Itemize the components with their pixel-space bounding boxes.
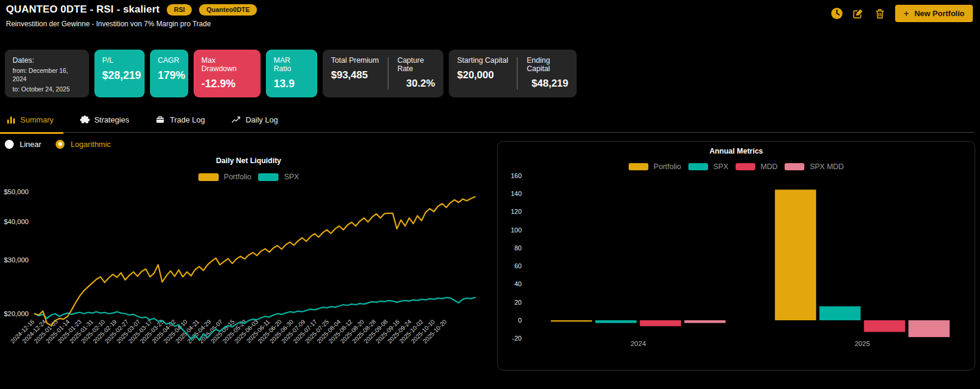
tab-trade-log[interactable]: Trade Log <box>155 115 205 124</box>
linear-label: Linear <box>20 140 41 149</box>
cagr-value: 179% <box>158 69 180 82</box>
capture-rate-value: 30.2% <box>406 78 435 90</box>
liquidity-chart-title: Daily Net Liquidity <box>0 157 497 165</box>
dates-card: Dates: from: December 16, 2024 to: Octob… <box>5 50 89 97</box>
radio-unselected-icon <box>5 140 14 149</box>
trend-up-icon <box>231 115 241 124</box>
svg-text:40: 40 <box>514 280 522 287</box>
svg-text:2025: 2025 <box>855 340 870 347</box>
portfolio-legend-label: Portfolio <box>224 173 252 181</box>
tab-daily-log-label: Daily Log <box>246 115 278 124</box>
svg-text:160: 160 <box>511 172 522 179</box>
dates-from: from: December 16, 2024 <box>13 66 81 83</box>
page-subtitle: Reinvestition der Gewinne - Investition … <box>6 20 257 28</box>
history-clock-icon[interactable] <box>831 7 843 20</box>
briefcase-icon <box>155 115 165 124</box>
mar-ratio-label: MAR Ratio <box>274 56 310 73</box>
max-drawdown-label: Max Drawdown <box>201 56 253 73</box>
stats-row: Dates: from: December 16, 2024 to: Octob… <box>5 50 980 97</box>
spx-swatch <box>258 173 278 181</box>
capture-rate-label: Capture Rate <box>397 56 435 73</box>
ending-capital-label: Ending Capital <box>526 56 568 73</box>
liquidity-chart: $50,000$40,000$30,000$20,0002024-12-1620… <box>0 182 497 375</box>
tab-trade-log-label: Trade Log <box>170 115 205 124</box>
pl-label: P/L <box>102 56 137 65</box>
svg-text:120: 120 <box>511 208 522 215</box>
svg-text:$20,000: $20,000 <box>4 310 29 317</box>
tab-strategies-label: Strategies <box>94 115 130 124</box>
header-actions: + New Portfolio <box>831 4 973 22</box>
cagr-card: CAGR 179% <box>150 50 188 97</box>
ending-capital-value: $48,219 <box>532 78 568 90</box>
svg-text:$40,000: $40,000 <box>4 218 29 225</box>
badge-rsi: RSI <box>167 4 192 16</box>
puzzle-icon <box>80 115 90 124</box>
tab-strategies[interactable]: Strategies <box>80 115 130 124</box>
liquidity-legend: Portfolio SPX <box>0 173 497 181</box>
total-premium-value: $93,485 <box>331 69 379 81</box>
plus-icon: + <box>904 10 909 17</box>
total-premium-label: Total Premium <box>331 56 379 65</box>
tab-summary[interactable]: Summary <box>6 115 54 124</box>
svg-text:-20: -20 <box>512 335 522 342</box>
svg-text:140: 140 <box>511 190 522 197</box>
page-title: QUANTEO 0DTE - RSI - skaliert <box>6 4 160 16</box>
tab-summary-label: Summary <box>20 115 54 124</box>
svg-text:$50,000: $50,000 <box>4 188 29 195</box>
max-drawdown-card: Max Drawdown -12.9% <box>194 50 261 97</box>
edit-icon[interactable] <box>852 7 865 20</box>
scale-toggle: Linear Logarithmic <box>5 139 497 149</box>
dates-label: Dates: <box>13 56 81 65</box>
tab-bar: Summary Strategies Trade Log Daily Log <box>0 115 974 133</box>
portfolio-swatch <box>198 173 219 181</box>
liquidity-panel: Linear Logarithmic Daily Net Liquidity P… <box>0 136 497 375</box>
linear-radio[interactable]: Linear <box>5 140 41 149</box>
divider <box>517 57 517 90</box>
premium-card: Total Premium $93,485 Capture Rate 30.2% <box>323 50 443 97</box>
tab-daily-log[interactable]: Daily Log <box>231 115 278 124</box>
svg-text:2024: 2024 <box>630 340 646 347</box>
bar-chart-icon <box>6 115 16 124</box>
content: Linear Logarithmic Daily Net Liquidity P… <box>0 136 980 375</box>
divider <box>388 57 388 90</box>
new-portfolio-button[interactable]: + New Portfolio <box>895 5 973 22</box>
capital-card: Starting Capital $20,000 Ending Capital … <box>449 50 577 97</box>
badge-quanteo0dte: Quanteo0DTE <box>199 4 257 16</box>
radio-selected-icon <box>56 140 65 149</box>
pl-value: $28,219 <box>102 69 137 82</box>
mar-ratio-card: MAR Ratio 13.9 <box>266 50 317 97</box>
header: QUANTEO 0DTE - RSI - skaliert RSI Quante… <box>0 0 980 28</box>
logarithmic-label: Logarithmic <box>71 140 111 149</box>
svg-text:20: 20 <box>514 299 522 306</box>
title-block: QUANTEO 0DTE - RSI - skaliert RSI Quante… <box>6 4 257 28</box>
legend-item-portfolio[interactable]: Portfolio <box>198 173 252 181</box>
legend-item-spx[interactable]: SPX <box>258 173 299 181</box>
annual-metrics-title: Annual Metrics <box>498 147 975 155</box>
svg-text:100: 100 <box>511 226 522 234</box>
new-portfolio-label: New Portfolio <box>914 9 964 18</box>
mar-ratio-value: 13.9 <box>274 78 310 90</box>
svg-text:60: 60 <box>514 262 522 269</box>
trash-icon[interactable] <box>874 7 886 20</box>
annual-metrics-panel: Annual Metrics Portfolio SPX MDD SPX MDD <box>497 141 975 370</box>
svg-text:$30,000: $30,000 <box>4 256 29 264</box>
starting-capital-label: Starting Capital <box>457 56 508 65</box>
starting-capital-value: $20,000 <box>457 69 508 81</box>
spx-legend-label: SPX <box>284 173 299 181</box>
portfolio-dashboard: QUANTEO 0DTE - RSI - skaliert RSI Quante… <box>0 0 980 389</box>
cagr-label: CAGR <box>158 56 180 65</box>
pl-card: P/L $28,219 <box>94 50 145 97</box>
logarithmic-radio[interactable]: Logarithmic <box>56 140 111 149</box>
dates-to: to: October 24, 2025 <box>13 85 81 93</box>
svg-text:80: 80 <box>514 244 522 252</box>
max-drawdown-value: -12.9% <box>201 78 253 90</box>
annual-metrics-chart: 160140120100806040200-2020242025 <box>498 167 975 370</box>
svg-text:0: 0 <box>518 317 522 324</box>
